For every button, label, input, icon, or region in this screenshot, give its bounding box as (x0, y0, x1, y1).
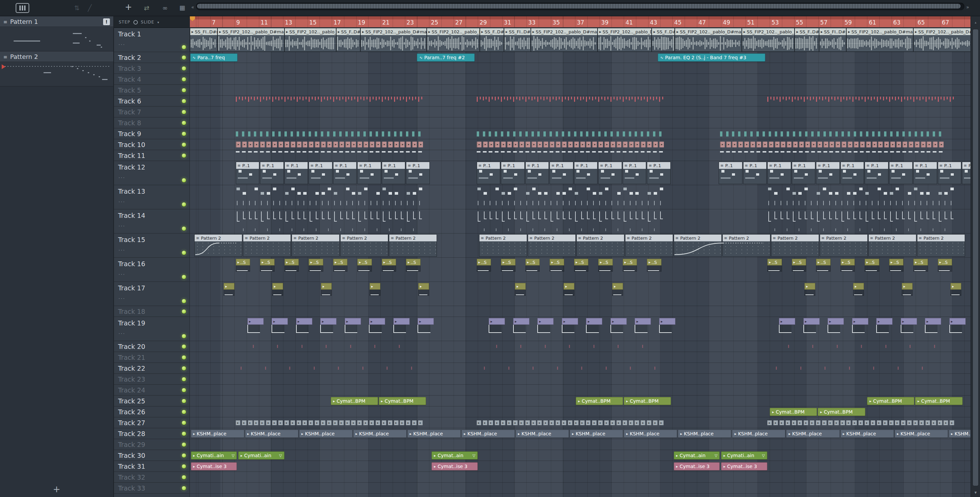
mini-clip[interactable] (314, 366, 315, 370)
mini-clip[interactable] (533, 366, 533, 370)
mini-clip[interactable]: ▸ (242, 142, 247, 147)
mini-clip[interactable]: ▸ (285, 421, 289, 425)
mini-clip[interactable] (382, 131, 384, 137)
clip[interactable]: ▸..S (236, 259, 250, 272)
mini-clip[interactable] (282, 97, 282, 99)
mini-clip[interactable] (483, 97, 484, 100)
mini-clip[interactable] (565, 97, 566, 99)
mini-clip[interactable] (617, 97, 617, 100)
mini-clip[interactable] (480, 97, 481, 99)
mini-clip[interactable] (650, 97, 651, 99)
track-mute-led[interactable] (181, 431, 186, 436)
mini-clip[interactable]: ▸ (635, 421, 639, 425)
mini-clip[interactable] (848, 131, 850, 137)
mini-clip[interactable]: ▸ (781, 142, 785, 147)
mini-clip[interactable] (278, 97, 279, 100)
mini-clip[interactable]: ▸ (799, 142, 804, 147)
mini-clip[interactable] (913, 209, 919, 234)
mini-clip[interactable]: ▸ (412, 421, 417, 425)
mini-clip[interactable]: ▸ (915, 142, 920, 147)
mini-clip[interactable] (556, 131, 558, 137)
mini-clip[interactable] (291, 97, 292, 100)
audio-clip[interactable]: ▸SS_FIP2_102.._pablo_D#maj (218, 28, 285, 52)
playlist-lane[interactable]: ≡P..1≡P..1≡P..1≡P..1≡P..1≡P..1≡P..1≡P..1… (190, 161, 970, 185)
mini-clip[interactable] (902, 131, 905, 137)
track-header[interactable]: Track 16... (114, 258, 189, 282)
mini-clip[interactable] (837, 345, 838, 348)
mini-clip[interactable] (787, 131, 789, 137)
clip[interactable]: ▸ (247, 318, 264, 333)
track-header[interactable]: Track 8 (114, 118, 189, 128)
mini-clip[interactable] (363, 151, 367, 153)
mini-clip[interactable] (531, 151, 535, 153)
track-mute-led[interactable] (181, 298, 186, 304)
mini-clip[interactable] (412, 97, 413, 100)
clip[interactable]: ▸KSHM..place (245, 430, 298, 438)
mini-clip[interactable] (375, 185, 382, 209)
mini-clip[interactable] (388, 131, 390, 137)
mini-clip[interactable] (756, 131, 759, 137)
track-mute-led[interactable] (181, 334, 186, 339)
mini-clip[interactable] (861, 345, 862, 348)
playlist-lane[interactable]: ▸▸▸▸▸▸▸▸▸▸▸▸ (190, 282, 970, 306)
mini-clip[interactable] (369, 185, 375, 209)
mini-clip[interactable] (871, 97, 872, 100)
mini-clip[interactable] (543, 209, 549, 234)
mini-clip[interactable] (568, 97, 569, 100)
mini-clip[interactable] (744, 131, 746, 137)
mini-clip[interactable] (400, 185, 406, 209)
mini-clip[interactable] (379, 97, 380, 99)
mini-clip[interactable] (339, 185, 345, 209)
mini-clip[interactable] (586, 131, 588, 137)
mini-clip[interactable] (345, 151, 349, 153)
mini-clip[interactable] (545, 345, 546, 348)
clip[interactable]: ▸..S (913, 259, 928, 272)
pattern-item[interactable]: ≡Pattern 2 (0, 51, 113, 86)
mini-clip[interactable] (520, 345, 521, 348)
mini-clip[interactable] (866, 151, 870, 153)
mini-clip[interactable] (285, 131, 287, 137)
mini-clip[interactable] (592, 151, 596, 153)
clip[interactable]: ▸ (659, 318, 675, 333)
mini-clip[interactable] (817, 151, 821, 153)
mini-clip[interactable] (935, 97, 936, 99)
mini-clip[interactable] (817, 131, 820, 137)
mini-clip[interactable] (278, 131, 281, 137)
mini-clip[interactable]: ▸ (488, 421, 493, 425)
mini-clip[interactable] (546, 97, 547, 99)
mini-clip[interactable] (770, 97, 772, 99)
mini-clip[interactable] (662, 97, 663, 99)
mini-clip[interactable]: ▸ (738, 142, 743, 147)
mini-clip[interactable]: ▸ (592, 142, 597, 147)
mini-clip[interactable]: ▸ (400, 421, 404, 425)
mini-clip[interactable] (769, 131, 771, 137)
mini-clip[interactable] (829, 151, 833, 153)
mini-clip[interactable] (922, 366, 923, 370)
mini-clip[interactable] (289, 366, 290, 370)
pattern-clip[interactable]: ≡Pattern 2 (917, 234, 965, 256)
mini-clip[interactable] (898, 97, 899, 99)
mini-clip[interactable] (605, 209, 610, 234)
clip[interactable]: ▸KSHM..place (786, 430, 840, 438)
slide-label[interactable]: SLIDE (141, 20, 154, 24)
mini-clip[interactable] (896, 131, 899, 137)
mini-clip[interactable] (498, 97, 499, 99)
track-mute-led[interactable] (181, 178, 186, 183)
mini-clip[interactable] (269, 97, 270, 99)
mini-clip[interactable]: ▸ (297, 421, 301, 425)
mini-clip[interactable] (260, 209, 266, 234)
mini-clip[interactable] (617, 151, 620, 153)
track-header[interactable]: Track 12... (114, 161, 189, 185)
mini-clip[interactable] (805, 131, 808, 137)
mini-clip[interactable] (260, 131, 262, 137)
mini-clip[interactable] (278, 185, 284, 209)
mini-clip[interactable] (321, 185, 327, 209)
clip[interactable]: ▸KSHM..place (299, 430, 353, 438)
playlist-lane[interactable] (190, 85, 970, 96)
mini-clip[interactable] (301, 345, 302, 348)
mini-clip[interactable]: ▸ (394, 142, 399, 147)
mini-clip[interactable] (236, 131, 238, 137)
mini-clip[interactable] (605, 131, 607, 137)
mini-clip[interactable] (333, 151, 337, 153)
mini-clip[interactable] (406, 131, 408, 137)
